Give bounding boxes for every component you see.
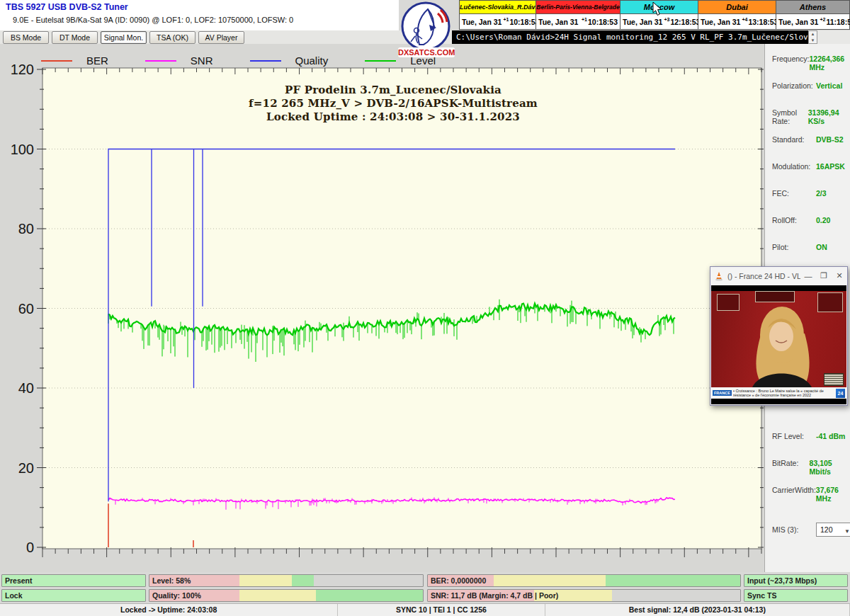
clock-date: Tue, Jan 31: [538, 18, 578, 26]
param-value: ON: [816, 243, 827, 251]
legend-swatch-level: [365, 60, 396, 62]
bar-label: Lock: [5, 590, 23, 601]
param-label: Pilot:: [772, 243, 816, 251]
legend-swatch-quality: [250, 60, 281, 62]
chart-annotation: PF Prodelin 3.7m_Lucenec/Slovakia f=12 2…: [205, 84, 581, 124]
vlc-minimize-button[interactable]: —: [800, 272, 816, 280]
param-row: Standard:DVB-S2: [772, 135, 849, 144]
mis-label: MIS (3):: [772, 525, 816, 534]
command-bar[interactable]: C:\Users\Roman Dávid>24H Signal monitori…: [452, 30, 808, 44]
vlc-titlebar[interactable]: () - France 24 HD - VLC ... — ❐ ✕: [710, 267, 847, 285]
command-scrollbar[interactable]: ▲▼: [808, 30, 817, 44]
tab-signal-mon-[interactable]: Signal Mon.: [101, 31, 147, 44]
scroll-down-icon[interactable]: ▼: [811, 38, 815, 43]
clock-time: 13:18:53: [748, 18, 778, 26]
vlc-maximize-button[interactable]: ❐: [816, 271, 832, 280]
clock-utc-offset: +1: [582, 17, 587, 22]
clock-header-5[interactable]: Athens: [776, 0, 850, 14]
clock-cell-4: Tue, Jan 31+413:18:53: [698, 14, 776, 30]
bar-label: Quality: 100%: [152, 590, 201, 601]
bar-fill: [2, 590, 145, 601]
clock-header-4[interactable]: Dubai: [698, 0, 776, 14]
param-value: 12264,366 MHz: [810, 55, 849, 72]
bar-label: Present: [5, 575, 33, 586]
svg-text:60: 60: [18, 301, 34, 316]
indicator-row-2: LockQuality: 100%SNR: 11,7 dB (Margin: 4…: [0, 589, 850, 602]
france24-logo: 24: [836, 389, 845, 398]
legend-label: BER: [86, 55, 108, 67]
clock-date: Tue, Jan 31: [701, 18, 740, 26]
indicator-bar-present: Present: [1, 574, 146, 587]
param-row: FEC:2/3: [772, 189, 849, 198]
indicator-row-1: PresentLevel: 58%BER: 0,0000000Input (~2…: [0, 574, 850, 587]
param-label: Symbol Rate:: [772, 108, 808, 125]
dxsatcs-logo: DXSATCS.COM: [398, 1, 455, 60]
indicator-bar-ber: BER: 0,0000000: [427, 574, 741, 587]
legend-label: SNR: [191, 55, 213, 67]
clock-utc-offset: +4: [742, 17, 747, 22]
ticker-tag: FRANCE: [713, 390, 732, 396]
svg-text:120: 120: [11, 62, 34, 77]
tab-dt-mode[interactable]: DT Mode: [52, 31, 98, 44]
mis-dropdown[interactable]: 120▼: [816, 523, 850, 537]
legend-swatch-ber: [41, 60, 72, 62]
chart-legend: BERSNRQualityLevel: [41, 55, 436, 67]
video-scene: [711, 291, 846, 387]
tab-tsa-ok-[interactable]: TSA (OK): [149, 31, 196, 44]
param-label: BitRate:: [772, 459, 810, 476]
clock-cell-5: Tue, Jan 31+211:18:53: [776, 14, 850, 30]
scroll-up-icon[interactable]: ▲: [811, 31, 815, 37]
clock-date: Tue, Jan 31: [778, 18, 818, 26]
clock-cell-1: Tue, Jan 31+110:18:53: [459, 14, 536, 30]
annotation-line3: Locked Uptime : 24:03:08 > 30-31.1.2023: [205, 110, 581, 124]
wall-frame: [717, 294, 740, 311]
video-watermark: [824, 373, 844, 386]
vlc-close-button[interactable]: ✕: [832, 271, 847, 280]
command-bar-spacer: [817, 30, 850, 44]
clock-time: 10:18:53: [509, 18, 539, 26]
clock-date: Tue, Jan 31: [462, 18, 502, 26]
tab-bs-mode[interactable]: BS Mode: [3, 31, 49, 44]
param-row: Frequency:12264,366 MHz: [772, 55, 849, 72]
clock-utc-offset: +3: [664, 17, 669, 22]
vlc-cone-icon: [713, 270, 725, 282]
vlc-title-text: () - France 24 HD - VLC ...: [727, 272, 800, 280]
annotation-line1: PF Prodelin 3.7m_Lucenec/Slovakia: [205, 84, 581, 97]
clock-header-2[interactable]: Berlin-Paris-Vienna-Belgrade: [536, 0, 620, 14]
bar-label: Sync TS: [747, 590, 776, 601]
param-label: Frequency:: [772, 55, 810, 72]
param-label: RollOff:: [772, 216, 816, 224]
tab-av-player[interactable]: AV Player: [198, 31, 244, 44]
bar-label: SNR: 11,7 dB (Margin: 4,7 dB | Poor): [431, 590, 558, 601]
legend-item-quality: Quality: [250, 55, 329, 67]
indicator-bar-quality: Quality: 100%: [149, 589, 424, 602]
param-value: 37,676 MHz: [816, 486, 849, 503]
chevron-down-icon: ▼: [844, 525, 850, 538]
bar-zone: [316, 590, 423, 601]
bar-zone: [239, 575, 291, 586]
clock-time: 10:18:53: [588, 18, 618, 26]
param-label: Polarization:: [772, 81, 816, 90]
status-left: Locked -> Uptime: 24:03:08: [0, 604, 338, 616]
clock-header-1[interactable]: Lučenec-Slovakia_R.Dávid: [459, 0, 536, 14]
vlc-window[interactable]: () - France 24 HD - VLC ... — ❐ ✕ FRANCE…: [710, 266, 848, 406]
param-value: -41 dBm: [816, 432, 845, 440]
dxsatcs-text: DXSATCS.COM: [398, 47, 455, 57]
mouse-cursor: [652, 1, 664, 17]
bar-label: BER: 0,0000000: [431, 575, 486, 586]
indicator-bar-level: Level: 58%: [149, 574, 424, 587]
vlc-video-area[interactable]: FRANCE • Croissance : Bruno Le Maire sal…: [711, 285, 846, 404]
status-bar: Locked -> Uptime: 24:03:08SYNC 10 | TEI …: [0, 603, 850, 616]
clock-cell-2: Tue, Jan 31+110:18:53: [536, 14, 620, 30]
param-value: 0.20: [816, 216, 830, 224]
mis-row: MIS (3):120▼: [772, 525, 849, 534]
param-row: Modulation:16APSK: [772, 162, 849, 171]
param-row: BitRate:83,105 Mbit/s: [772, 459, 849, 476]
clock-time: 11:18:53: [826, 18, 850, 26]
bar-label: Level: 58%: [152, 575, 191, 586]
satellite-info: 9.0E - Eutelsat 9B/Ka-Sat 9A (ID: 0090) …: [13, 16, 293, 24]
status-mid: SYNC 10 | TEI 1 | CC 1256: [338, 604, 545, 616]
svg-text:0: 0: [26, 540, 34, 555]
annotation-line2: f=12 265 MHz_V > DVB-2/16APSK-Multistrea…: [205, 97, 581, 110]
status-right: Best signal: 12,4 dB (2023-01-31 04:13): [545, 604, 850, 616]
